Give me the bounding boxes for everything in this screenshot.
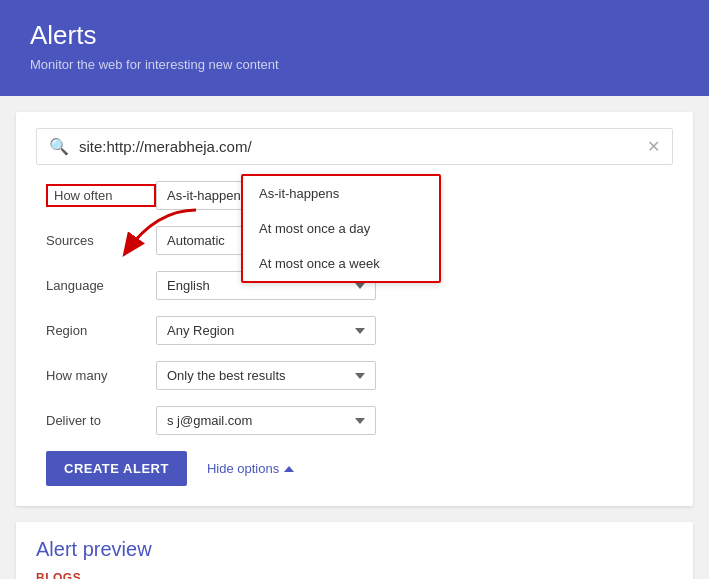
create-alert-button[interactable]: CREATE ALERT <box>46 451 187 486</box>
close-icon[interactable]: ✕ <box>647 137 660 156</box>
search-icon: 🔍 <box>49 137 69 156</box>
deliver-to-select[interactable]: s j@gmail.com <box>156 406 376 435</box>
language-label: Language <box>46 278 156 293</box>
deliver-to-label: Deliver to <box>46 413 156 428</box>
page-title: Alerts <box>30 20 679 51</box>
region-row: Region Any Region United States United K… <box>46 316 663 345</box>
dropdown-item-once-a-day[interactable]: At most once a day <box>243 211 439 246</box>
arrow-indicator <box>106 200 216 265</box>
page-header: Alerts Monitor the web for interesting n… <box>0 0 709 96</box>
how-many-label: How many <box>46 368 156 383</box>
region-label: Region <box>46 323 156 338</box>
main-card: 🔍 ✕ As-it-happens At most once a day At … <box>16 112 693 506</box>
how-many-select[interactable]: Only the best results All results <box>156 361 376 390</box>
how-often-dropdown: As-it-happens At most once a day At most… <box>241 174 441 283</box>
buttons-row: CREATE ALERT Hide options <box>46 451 663 486</box>
region-select[interactable]: Any Region United States United Kingdom <box>156 316 376 345</box>
alert-preview-title: Alert preview <box>36 538 673 561</box>
dropdown-item-as-it-happens[interactable]: As-it-happens <box>243 176 439 211</box>
preview-blogs-label: BLOGS <box>36 571 673 579</box>
search-bar: 🔍 ✕ <box>36 128 673 165</box>
search-input[interactable] <box>79 138 639 155</box>
alert-preview-card: Alert preview BLOGS <box>16 522 693 579</box>
dropdown-item-once-a-week[interactable]: At most once a week <box>243 246 439 281</box>
hide-options-link[interactable]: Hide options <box>207 461 294 476</box>
chevron-up-icon <box>284 466 294 472</box>
hide-options-label: Hide options <box>207 461 279 476</box>
how-many-row: How many Only the best results All resul… <box>46 361 663 390</box>
page-subtitle: Monitor the web for interesting new cont… <box>30 57 679 72</box>
deliver-to-row: Deliver to s j@gmail.com <box>46 406 663 435</box>
